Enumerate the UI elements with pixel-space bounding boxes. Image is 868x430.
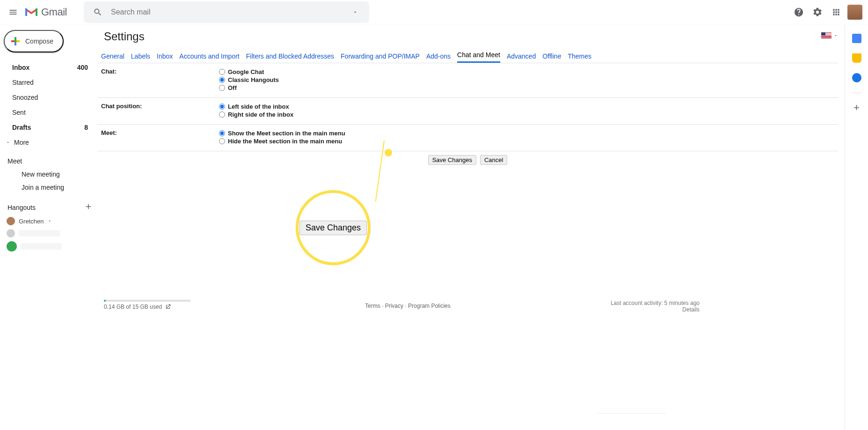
search-input[interactable] bbox=[107, 8, 346, 16]
avatar-icon bbox=[7, 217, 15, 225]
plus-icon bbox=[11, 37, 20, 45]
storage-usage-bar bbox=[104, 300, 191, 302]
new-hangout-button[interactable] bbox=[84, 202, 93, 212]
meet-section-header: Meet bbox=[0, 153, 97, 168]
caret-down-icon bbox=[833, 33, 838, 38]
setting-label: Chat position: bbox=[101, 103, 219, 119]
radio-left-side[interactable] bbox=[219, 104, 225, 110]
option-left-side[interactable]: Left side of the inbox bbox=[219, 103, 293, 111]
tab-accounts[interactable]: Accounts and Import bbox=[179, 49, 239, 63]
support-button[interactable] bbox=[789, 3, 808, 22]
save-changes-button[interactable]: Save Changes bbox=[428, 155, 476, 165]
hangouts-section-header: Hangouts bbox=[7, 204, 36, 211]
radio-hide-meet[interactable] bbox=[219, 138, 225, 144]
dot-separator: · bbox=[405, 303, 406, 309]
dot-separator: · bbox=[382, 303, 383, 309]
settings-actions: Save Changes Cancel bbox=[97, 151, 838, 171]
main-menu-button[interactable] bbox=[4, 3, 22, 22]
main-area: Compose Inbox 400 Starred Snoozed Sent D… bbox=[0, 24, 868, 430]
option-google-chat[interactable]: Google Chat bbox=[219, 68, 279, 76]
setting-meet: Meet: Show the Meet section in the main … bbox=[97, 125, 838, 151]
flag-us-icon bbox=[821, 32, 832, 39]
program-policies-link[interactable]: Program Policies bbox=[408, 303, 451, 309]
option-label: Show the Meet section in the main menu bbox=[228, 130, 345, 137]
settings-button[interactable] bbox=[808, 3, 827, 22]
tab-themes[interactable]: Themes bbox=[568, 49, 591, 63]
nav-label: Starred bbox=[12, 79, 34, 86]
inbox-count: 400 bbox=[77, 64, 92, 71]
compose-button[interactable]: Compose bbox=[4, 30, 64, 52]
footer-right: Last account activity: 5 minutes ago Det… bbox=[611, 300, 700, 313]
tab-forwarding[interactable]: Forwarding and POP/IMAP bbox=[341, 49, 420, 63]
nav-snoozed[interactable]: Snoozed bbox=[0, 90, 97, 105]
join-meeting-item[interactable]: Join a meeting bbox=[0, 181, 97, 194]
option-classic-hangouts[interactable]: Classic Hangouts bbox=[219, 76, 279, 84]
cancel-button[interactable]: Cancel bbox=[480, 155, 507, 165]
nav-starred[interactable]: Starred bbox=[0, 75, 97, 90]
radio-chat-off[interactable] bbox=[219, 85, 225, 91]
svg-rect-0 bbox=[25, 8, 27, 16]
apps-button[interactable] bbox=[827, 3, 846, 22]
input-tools-button[interactable] bbox=[821, 32, 838, 39]
option-chat-off[interactable]: Off bbox=[219, 84, 279, 92]
option-hide-meet[interactable]: Hide the Meet section in the main menu bbox=[219, 137, 345, 145]
hangouts-contact-row[interactable] bbox=[0, 239, 97, 253]
nav-sent[interactable]: Sent bbox=[0, 105, 97, 120]
tab-chat-and-meet[interactable]: Chat and Meet bbox=[457, 47, 500, 63]
setting-chat-position: Chat position: Left side of the inbox Ri… bbox=[97, 98, 838, 125]
privacy-link[interactable]: Privacy bbox=[385, 303, 403, 309]
option-label: Classic Hangouts bbox=[228, 76, 279, 83]
search-options-button[interactable] bbox=[346, 3, 365, 22]
tab-inbox[interactable]: Inbox bbox=[157, 49, 173, 63]
nav-label: Snoozed bbox=[12, 94, 38, 101]
search-icon bbox=[93, 7, 102, 17]
nav-label: Sent bbox=[12, 109, 26, 116]
setting-chat: Chat: Google Chat Classic Hangouts Off bbox=[97, 63, 838, 98]
nav-inbox[interactable]: Inbox 400 bbox=[0, 60, 97, 75]
radio-show-meet[interactable] bbox=[219, 130, 225, 136]
save-changes-button-zoomed: Save Changes bbox=[299, 221, 367, 235]
get-addons-button[interactable]: + bbox=[852, 104, 861, 113]
tab-offline[interactable]: Offline bbox=[542, 49, 561, 63]
last-activity-text: Last account activity: 5 minutes ago bbox=[611, 300, 700, 306]
option-right-side[interactable]: Right side of the inbox bbox=[219, 111, 293, 119]
compose-label: Compose bbox=[25, 37, 53, 45]
nav-more[interactable]: More bbox=[0, 135, 97, 150]
tab-advanced[interactable]: Advanced bbox=[507, 49, 536, 63]
keep-addon-icon[interactable] bbox=[852, 53, 861, 63]
nav-label: More bbox=[14, 139, 29, 146]
tasks-addon-icon[interactable] bbox=[852, 73, 861, 82]
option-show-meet[interactable]: Show the Meet section in the main menu bbox=[219, 129, 345, 137]
nav-drafts[interactable]: Drafts 8 bbox=[0, 120, 97, 135]
settings-tabs: General Labels Inbox Accounts and Import… bbox=[97, 47, 838, 63]
radio-right-side[interactable] bbox=[219, 111, 225, 118]
open-in-new-icon[interactable] bbox=[165, 304, 171, 310]
search-button[interactable] bbox=[88, 3, 107, 22]
details-link[interactable]: Details bbox=[682, 306, 700, 313]
setting-label: Chat: bbox=[101, 68, 219, 92]
folder-nav: Inbox 400 Starred Snoozed Sent Drafts 8 … bbox=[0, 60, 97, 150]
caret-down-icon bbox=[352, 9, 358, 15]
tab-general[interactable]: General bbox=[101, 49, 124, 63]
gmail-logo-text: Gmail bbox=[41, 6, 67, 18]
callout-magnifier-circle: Save Changes bbox=[296, 190, 371, 265]
sidebar: Compose Inbox 400 Starred Snoozed Sent D… bbox=[0, 24, 97, 430]
gmail-logo[interactable]: Gmail bbox=[24, 6, 67, 18]
top-bar: Gmail bbox=[0, 0, 868, 24]
calendar-addon-icon[interactable] bbox=[852, 34, 861, 43]
settings-content: Settings General Labels Inbox Accounts a… bbox=[97, 24, 845, 430]
tab-labels[interactable]: Labels bbox=[131, 49, 150, 63]
radio-google-chat[interactable] bbox=[219, 69, 225, 75]
account-avatar[interactable] bbox=[847, 5, 862, 20]
option-label: Hide the Meet section in the main menu bbox=[228, 138, 342, 145]
footer-center-links: Terms · Privacy · Program Policies bbox=[365, 303, 451, 309]
contact-name-redacted bbox=[19, 230, 60, 237]
tab-filters[interactable]: Filters and Blocked Addresses bbox=[246, 49, 334, 63]
storage-label: 0.14 GB of 15 GB used bbox=[104, 304, 162, 310]
hangouts-contact-row[interactable] bbox=[0, 227, 97, 239]
terms-link[interactable]: Terms bbox=[365, 303, 380, 309]
radio-classic-hangouts[interactable] bbox=[219, 77, 225, 83]
hangouts-self-row[interactable]: Gretchen bbox=[0, 215, 97, 227]
new-meeting-item[interactable]: New meeting bbox=[0, 168, 97, 181]
tab-addons[interactable]: Add-ons bbox=[426, 49, 451, 63]
